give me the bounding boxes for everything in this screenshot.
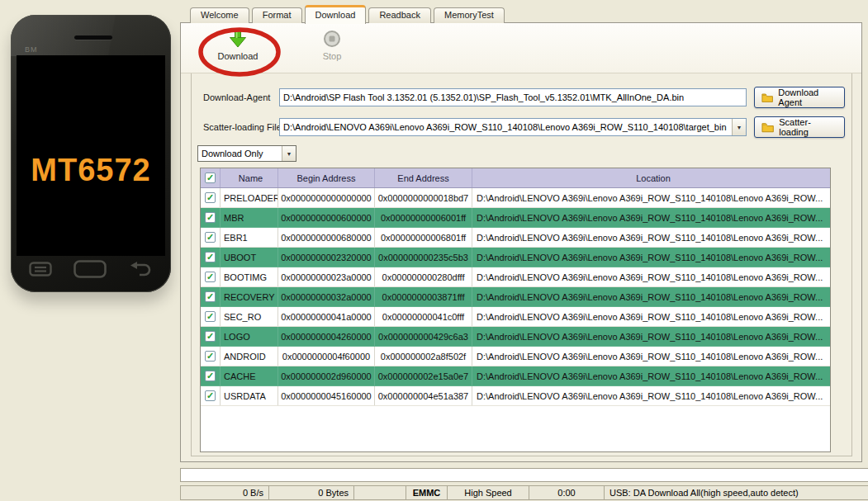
table-row[interactable]: SEC_RO 0x00000000041a0000 0x00000000041c… <box>201 307 830 327</box>
row-checkbox[interactable] <box>205 311 216 322</box>
status-speed: 0 B/s <box>180 485 269 500</box>
cell-begin: 0x0000000000000000 <box>278 188 375 207</box>
back-key-icon <box>128 262 153 276</box>
row-checkbox[interactable] <box>205 272 216 282</box>
cell-begin: 0x00000000041a0000 <box>278 307 375 326</box>
cell-location: D:\Android\LENOVO A369i\Lenovo A369i_ROW… <box>472 208 830 227</box>
cell-name: RECOVERY <box>221 287 278 306</box>
table-row[interactable]: BOOTIMG 0x00000000023a0000 0x00000000028… <box>201 267 830 287</box>
table-row[interactable]: USRDATA 0x0000000045160000 0x000000004e5… <box>201 386 830 406</box>
row-checkbox[interactable] <box>205 371 216 381</box>
progress-bar <box>180 468 868 482</box>
row-checkbox[interactable] <box>205 291 216 302</box>
cell-begin: 0x0000000004260000 <box>278 327 375 346</box>
cell-begin: 0x0000000045160000 <box>278 386 375 405</box>
scatter-file-combobox[interactable]: D:\Android\LENOVO A369i\Lenovo A369i_ROW… <box>279 118 747 136</box>
cell-end: 0x0000000000018bd7 <box>375 188 472 207</box>
table-row[interactable]: PRELOADER 0x0000000000000000 0x000000000… <box>201 188 830 208</box>
scatter-file-label: Scatter-loading File <box>203 122 282 132</box>
scatter-loading-button[interactable]: Scatter-loading <box>754 116 845 138</box>
header-end-address[interactable]: End Address <box>375 168 472 187</box>
cell-end: 0x000000002e15a0e7 <box>375 366 472 385</box>
header-location[interactable]: Location <box>472 168 830 187</box>
download-button[interactable]: Download <box>209 30 267 61</box>
cell-name: BOOTIMG <box>221 267 278 286</box>
cell-name: LOGO <box>221 327 278 346</box>
tab-download[interactable]: Download <box>305 5 367 24</box>
tab-welcome[interactable]: Welcome <box>190 7 249 23</box>
stop-button[interactable]: Stop <box>303 30 361 61</box>
phone-brand-label: BM <box>25 45 38 54</box>
cell-begin: 0x0000000002320000 <box>278 248 375 267</box>
header-name[interactable]: Name <box>221 168 278 187</box>
table-row[interactable]: CACHE 0x000000002d960000 0x000000002e15a… <box>201 366 830 386</box>
cell-begin: 0x00000000032a0000 <box>278 287 375 306</box>
row-checkbox[interactable] <box>205 252 216 262</box>
tab-readback[interactable]: Readback <box>368 7 431 23</box>
cell-name: EBR1 <box>221 228 278 247</box>
tab-memorytest[interactable]: MemoryTest <box>434 7 505 23</box>
cell-end: 0x00000000006001ff <box>375 208 472 227</box>
cell-name: PRELOADER <box>221 188 278 207</box>
status-bytes: 0 Bytes <box>268 485 354 500</box>
cell-name: MBR <box>221 208 278 227</box>
tab-bar: Welcome Format Download Readback MemoryT… <box>190 5 507 23</box>
status-connection: USB: DA Download All(high speed,auto det… <box>604 485 868 500</box>
phone-chipset-label: MT6572 <box>17 153 165 188</box>
scatter-file-value: D:\Android\LENOVO A369i\Lenovo A369i_ROW… <box>280 122 732 132</box>
table-row[interactable]: UBOOT 0x0000000002320000 0x000000000235c… <box>201 248 830 267</box>
row-checkbox[interactable] <box>205 331 216 342</box>
row-checkbox[interactable] <box>205 232 216 243</box>
table-row[interactable]: EBR1 0x0000000000680000 0x00000000006801… <box>201 228 830 248</box>
header-begin-address[interactable]: Begin Address <box>278 168 375 187</box>
download-arrow-icon <box>229 30 247 49</box>
stop-icon <box>323 30 341 49</box>
home-key-icon <box>74 260 107 278</box>
status-elapsed-time: 0:00 <box>529 485 605 500</box>
menu-key-icon <box>29 262 52 276</box>
phone-illustration: BM MT6572 <box>11 15 171 292</box>
row-checkbox[interactable] <box>205 390 216 401</box>
partition-table: Name Begin Address End Address Location … <box>200 168 831 452</box>
status-storage: EMMC <box>406 485 448 500</box>
status-spare <box>353 485 406 500</box>
cell-location: D:\Android\LENOVO A369i\Lenovo A369i_ROW… <box>472 386 830 405</box>
header-checkbox[interactable] <box>205 173 216 183</box>
cell-location: D:\Android\LENOVO A369i\Lenovo A369i_ROW… <box>472 248 830 267</box>
cell-end: 0x00000000006801ff <box>375 228 472 247</box>
cell-location: D:\Android\LENOVO A369i\Lenovo A369i_ROW… <box>472 267 830 286</box>
chevron-down-icon[interactable]: ▼ <box>282 146 296 161</box>
download-mode-select[interactable]: Download Only ▼ <box>197 145 296 162</box>
row-checkbox[interactable] <box>205 351 216 362</box>
toolbar: Download Stop <box>181 23 861 73</box>
cell-end: 0x00000000041c0fff <box>375 307 472 326</box>
cell-begin: 0x0000000004f60000 <box>278 347 375 366</box>
download-agent-button-label: Download Agent <box>778 87 837 107</box>
cell-name: SEC_RO <box>221 307 278 326</box>
cell-location: D:\Android\LENOVO A369i\Lenovo A369i_ROW… <box>472 327 830 346</box>
scatter-loading-button-label: Scatter-loading <box>779 117 837 137</box>
folder-icon <box>761 122 774 133</box>
table-row[interactable]: ANDROID 0x0000000004f60000 0x000000002a8… <box>201 347 830 366</box>
cell-location: D:\Android\LENOVO A369i\Lenovo A369i_ROW… <box>472 188 830 207</box>
phone-key-row <box>11 256 171 282</box>
chevron-down-icon[interactable]: ▼ <box>732 119 746 135</box>
cell-begin: 0x000000002d960000 <box>278 366 375 385</box>
cell-location: D:\Android\LENOVO A369i\Lenovo A369i_ROW… <box>472 366 830 385</box>
table-row[interactable]: MBR 0x0000000000600000 0x00000000006001f… <box>201 208 830 228</box>
row-checkbox[interactable] <box>205 192 216 203</box>
stop-button-label: Stop <box>303 51 361 61</box>
cell-end: 0x000000002a8f502f <box>375 347 472 366</box>
cell-end: 0x0000000003871fff <box>375 287 472 306</box>
download-button-label: Download <box>209 51 267 61</box>
phone-screen: MT6572 <box>17 55 165 256</box>
cell-end: 0x000000000429c6a3 <box>375 327 472 346</box>
row-checkbox[interactable] <box>205 212 216 223</box>
cell-begin: 0x0000000000600000 <box>278 208 375 227</box>
download-agent-input[interactable] <box>279 88 747 106</box>
download-agent-button[interactable]: Download Agent <box>754 87 845 108</box>
table-row[interactable]: LOGO 0x0000000004260000 0x000000000429c6… <box>201 327 830 347</box>
table-row[interactable]: RECOVERY 0x00000000032a0000 0x0000000003… <box>201 287 830 307</box>
cell-end: 0x000000000280dfff <box>375 267 472 286</box>
tab-format[interactable]: Format <box>252 7 302 23</box>
